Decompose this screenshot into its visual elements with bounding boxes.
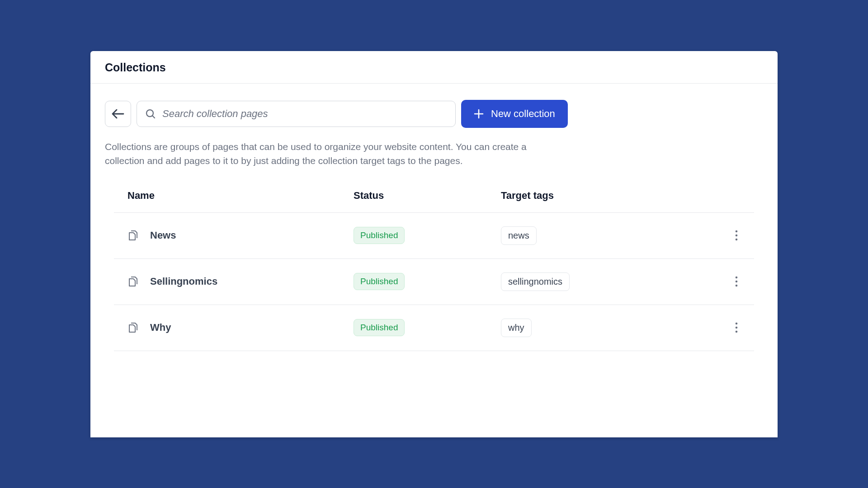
column-header-name: Name	[127, 190, 354, 202]
arrow-left-icon	[111, 108, 125, 119]
status-badge: Published	[354, 319, 405, 336]
svg-point-3	[736, 239, 738, 241]
more-vertical-icon	[735, 276, 738, 287]
name-cell: News	[127, 230, 354, 241]
svg-point-9	[736, 331, 738, 333]
svg-point-5	[736, 281, 738, 283]
new-collection-button[interactable]: New collection	[461, 100, 568, 128]
page-title: Collections	[105, 61, 763, 74]
table-row[interactable]: Sellingnomics Published sellingnomics	[114, 259, 754, 305]
svg-point-1	[736, 230, 738, 233]
files-icon	[127, 230, 138, 241]
status-badge: Published	[354, 273, 405, 290]
more-vertical-icon	[735, 230, 738, 241]
svg-point-6	[736, 285, 738, 287]
actions-cell	[715, 319, 741, 336]
tags-cell: sellingnomics	[501, 272, 715, 291]
collections-description: Collections are groups of pages that can…	[105, 140, 566, 168]
panel-content: New collection Collections are groups of…	[90, 84, 778, 351]
files-icon	[127, 322, 138, 333]
status-badge: Published	[354, 227, 405, 244]
column-header-tags: Target tags	[501, 190, 715, 202]
status-cell: Published	[354, 227, 501, 244]
row-actions-button[interactable]	[732, 273, 741, 290]
collections-table: Name Status Target tags News	[114, 190, 754, 351]
target-tag: news	[501, 226, 537, 245]
status-cell: Published	[354, 319, 501, 336]
row-actions-button[interactable]	[732, 227, 741, 244]
table-row[interactable]: Why Published why	[114, 305, 754, 351]
name-cell: Sellingnomics	[127, 276, 354, 287]
files-icon	[127, 276, 138, 287]
toolbar: New collection	[105, 100, 763, 128]
collection-name: Why	[150, 322, 171, 333]
status-cell: Published	[354, 273, 501, 290]
table-row[interactable]: News Published news	[114, 213, 754, 259]
name-cell: Why	[127, 322, 354, 333]
plus-icon	[474, 109, 484, 119]
back-button[interactable]	[105, 101, 131, 127]
column-header-status: Status	[354, 190, 501, 202]
new-collection-label: New collection	[491, 108, 555, 120]
target-tag: sellingnomics	[501, 272, 570, 291]
svg-point-4	[736, 277, 738, 279]
panel-header: Collections	[90, 51, 778, 84]
row-actions-button[interactable]	[732, 319, 741, 336]
collections-panel: Collections	[90, 51, 778, 437]
svg-point-2	[736, 235, 738, 237]
tags-cell: news	[501, 226, 715, 245]
actions-cell	[715, 273, 741, 290]
actions-cell	[715, 227, 741, 244]
collection-name: News	[150, 230, 176, 241]
search-input[interactable]	[162, 108, 447, 120]
svg-point-7	[736, 323, 738, 325]
tags-cell: why	[501, 319, 715, 337]
target-tag: why	[501, 319, 532, 337]
search-icon	[145, 108, 156, 119]
table-header-row: Name Status Target tags	[114, 190, 754, 213]
more-vertical-icon	[735, 322, 738, 333]
collection-name: Sellingnomics	[150, 276, 217, 287]
svg-point-8	[736, 327, 738, 329]
search-field-wrapper[interactable]	[137, 101, 456, 127]
